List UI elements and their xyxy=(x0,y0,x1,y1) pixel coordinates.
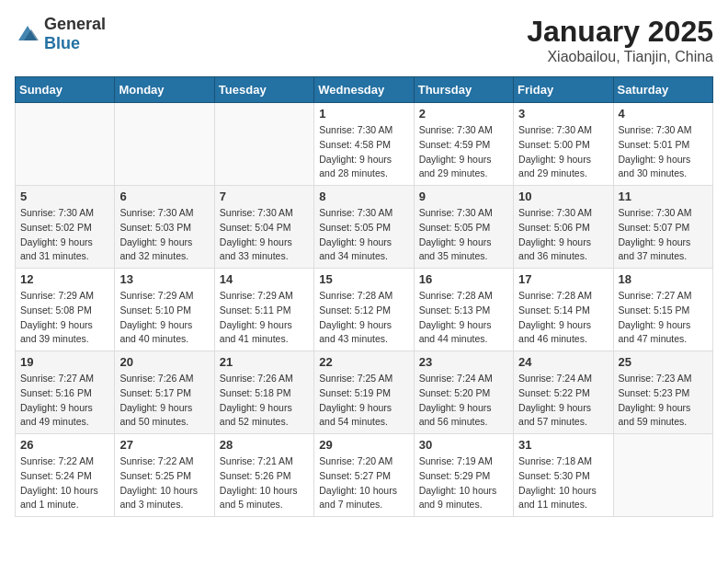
day-cell: 10Sunrise: 7:30 AMSunset: 5:06 PMDayligh… xyxy=(514,186,613,269)
day-detail: Sunrise: 7:28 AMSunset: 5:13 PMDaylight:… xyxy=(419,289,508,347)
header-thursday: Thursday xyxy=(414,77,513,103)
day-detail: Sunrise: 7:30 AMSunset: 5:00 PMDaylight:… xyxy=(518,123,608,181)
logo-icon xyxy=(15,24,40,44)
day-cell: 7Sunrise: 7:30 AMSunset: 5:04 PMDaylight… xyxy=(214,186,313,269)
day-cell: 28Sunrise: 7:21 AMSunset: 5:26 PMDayligh… xyxy=(214,434,313,517)
day-detail: Sunrise: 7:26 AMSunset: 5:17 PMDaylight:… xyxy=(119,372,209,430)
logo-blue: Blue xyxy=(44,34,80,52)
header-tuesday: Tuesday xyxy=(214,77,313,103)
day-number: 7 xyxy=(220,190,309,203)
day-cell: 20Sunrise: 7:26 AMSunset: 5:17 PMDayligh… xyxy=(115,351,214,434)
header-saturday: Saturday xyxy=(613,77,712,103)
page-header: General Blue January 2025 Xiaobailou, Ti… xyxy=(15,15,713,65)
day-detail: Sunrise: 7:26 AMSunset: 5:18 PMDaylight:… xyxy=(220,372,309,430)
day-number: 15 xyxy=(319,272,408,286)
day-cell: 6Sunrise: 7:30 AMSunset: 5:03 PMDaylight… xyxy=(115,186,214,269)
day-detail: Sunrise: 7:30 AMSunset: 5:02 PMDaylight:… xyxy=(20,206,109,264)
day-cell: 2Sunrise: 7:30 AMSunset: 4:59 PMDaylight… xyxy=(414,103,513,186)
day-cell: 1Sunrise: 7:30 AMSunset: 4:58 PMDaylight… xyxy=(314,103,414,186)
day-detail: Sunrise: 7:28 AMSunset: 5:14 PMDaylight:… xyxy=(518,289,608,347)
day-number: 30 xyxy=(419,438,508,452)
day-cell: 4Sunrise: 7:30 AMSunset: 5:01 PMDaylight… xyxy=(613,103,712,186)
week-row-3: 12Sunrise: 7:29 AMSunset: 5:08 PMDayligh… xyxy=(16,269,713,351)
day-number: 20 xyxy=(119,355,209,369)
day-cell: 30Sunrise: 7:19 AMSunset: 5:29 PMDayligh… xyxy=(414,434,513,517)
day-number: 24 xyxy=(518,355,608,369)
day-cell: 23Sunrise: 7:24 AMSunset: 5:20 PMDayligh… xyxy=(414,351,513,434)
day-cell xyxy=(16,103,115,186)
day-detail: Sunrise: 7:30 AMSunset: 4:58 PMDaylight:… xyxy=(319,123,408,181)
day-cell: 18Sunrise: 7:27 AMSunset: 5:15 PMDayligh… xyxy=(613,269,712,351)
day-number: 26 xyxy=(20,438,109,452)
day-detail: Sunrise: 7:30 AMSunset: 5:01 PMDaylight:… xyxy=(619,123,708,181)
calendar-subtitle: Xiaobailou, Tianjin, China xyxy=(527,49,713,65)
day-number: 1 xyxy=(319,107,408,121)
day-number: 25 xyxy=(619,355,708,369)
day-number: 17 xyxy=(518,272,608,286)
logo: General Blue xyxy=(15,15,106,53)
day-cell: 9Sunrise: 7:30 AMSunset: 5:05 PMDaylight… xyxy=(414,186,513,269)
day-number: 4 xyxy=(619,107,708,121)
logo-general: General xyxy=(44,15,106,33)
header-monday: Monday xyxy=(115,77,214,103)
day-cell: 11Sunrise: 7:30 AMSunset: 5:07 PMDayligh… xyxy=(613,186,712,269)
day-detail: Sunrise: 7:30 AMSunset: 4:59 PMDaylight:… xyxy=(419,123,508,181)
day-number: 29 xyxy=(319,438,408,452)
day-cell: 25Sunrise: 7:23 AMSunset: 5:23 PMDayligh… xyxy=(613,351,712,434)
day-number: 23 xyxy=(419,355,508,369)
title-block: January 2025 Xiaobailou, Tianjin, China xyxy=(527,15,713,65)
day-cell: 16Sunrise: 7:28 AMSunset: 5:13 PMDayligh… xyxy=(414,269,513,351)
day-cell: 21Sunrise: 7:26 AMSunset: 5:18 PMDayligh… xyxy=(214,351,313,434)
day-number: 28 xyxy=(220,438,309,452)
day-number: 12 xyxy=(20,272,109,286)
day-detail: Sunrise: 7:29 AMSunset: 5:11 PMDaylight:… xyxy=(220,289,309,347)
day-cell: 13Sunrise: 7:29 AMSunset: 5:10 PMDayligh… xyxy=(115,269,214,351)
header-wednesday: Wednesday xyxy=(314,77,414,103)
day-detail: Sunrise: 7:24 AMSunset: 5:20 PMDaylight:… xyxy=(419,372,508,430)
day-detail: Sunrise: 7:22 AMSunset: 5:25 PMDaylight:… xyxy=(119,454,209,512)
header-row: SundayMondayTuesdayWednesdayThursdayFrid… xyxy=(16,77,713,103)
day-detail: Sunrise: 7:19 AMSunset: 5:29 PMDaylight:… xyxy=(419,454,508,512)
day-cell: 14Sunrise: 7:29 AMSunset: 5:11 PMDayligh… xyxy=(214,269,313,351)
day-number: 22 xyxy=(319,355,408,369)
day-number: 9 xyxy=(419,190,508,203)
day-detail: Sunrise: 7:28 AMSunset: 5:12 PMDaylight:… xyxy=(319,289,408,347)
day-cell: 26Sunrise: 7:22 AMSunset: 5:24 PMDayligh… xyxy=(16,434,115,517)
day-number: 31 xyxy=(518,438,608,452)
day-cell xyxy=(214,103,313,186)
day-detail: Sunrise: 7:30 AMSunset: 5:06 PMDaylight:… xyxy=(518,206,608,264)
day-cell: 31Sunrise: 7:18 AMSunset: 5:30 PMDayligh… xyxy=(514,434,613,517)
header-sunday: Sunday xyxy=(16,77,115,103)
day-number: 18 xyxy=(619,272,708,286)
week-row-4: 19Sunrise: 7:27 AMSunset: 5:16 PMDayligh… xyxy=(16,351,713,434)
day-number: 6 xyxy=(119,190,209,203)
calendar-title: January 2025 xyxy=(527,15,713,49)
day-number: 3 xyxy=(518,107,608,121)
day-detail: Sunrise: 7:27 AMSunset: 5:15 PMDaylight:… xyxy=(619,289,708,347)
header-friday: Friday xyxy=(514,77,613,103)
day-number: 5 xyxy=(20,190,109,203)
day-number: 13 xyxy=(119,272,209,286)
day-cell: 19Sunrise: 7:27 AMSunset: 5:16 PMDayligh… xyxy=(16,351,115,434)
day-cell: 8Sunrise: 7:30 AMSunset: 5:05 PMDaylight… xyxy=(314,186,414,269)
day-cell xyxy=(613,434,712,517)
day-detail: Sunrise: 7:30 AMSunset: 5:05 PMDaylight:… xyxy=(319,206,408,264)
day-detail: Sunrise: 7:24 AMSunset: 5:22 PMDaylight:… xyxy=(518,372,608,430)
day-detail: Sunrise: 7:29 AMSunset: 5:08 PMDaylight:… xyxy=(20,289,109,347)
day-cell: 12Sunrise: 7:29 AMSunset: 5:08 PMDayligh… xyxy=(16,269,115,351)
day-number: 19 xyxy=(20,355,109,369)
day-detail: Sunrise: 7:25 AMSunset: 5:19 PMDaylight:… xyxy=(319,372,408,430)
week-row-5: 26Sunrise: 7:22 AMSunset: 5:24 PMDayligh… xyxy=(16,434,713,517)
day-cell: 29Sunrise: 7:20 AMSunset: 5:27 PMDayligh… xyxy=(314,434,414,517)
day-detail: Sunrise: 7:30 AMSunset: 5:07 PMDaylight:… xyxy=(619,206,708,264)
day-cell: 24Sunrise: 7:24 AMSunset: 5:22 PMDayligh… xyxy=(514,351,613,434)
day-number: 10 xyxy=(518,190,608,203)
day-number: 16 xyxy=(419,272,508,286)
day-cell: 17Sunrise: 7:28 AMSunset: 5:14 PMDayligh… xyxy=(514,269,613,351)
day-detail: Sunrise: 7:22 AMSunset: 5:24 PMDaylight:… xyxy=(20,454,109,512)
day-detail: Sunrise: 7:29 AMSunset: 5:10 PMDaylight:… xyxy=(119,289,209,347)
day-number: 2 xyxy=(419,107,508,121)
day-number: 8 xyxy=(319,190,408,203)
day-detail: Sunrise: 7:27 AMSunset: 5:16 PMDaylight:… xyxy=(20,372,109,430)
day-detail: Sunrise: 7:18 AMSunset: 5:30 PMDaylight:… xyxy=(518,454,608,512)
